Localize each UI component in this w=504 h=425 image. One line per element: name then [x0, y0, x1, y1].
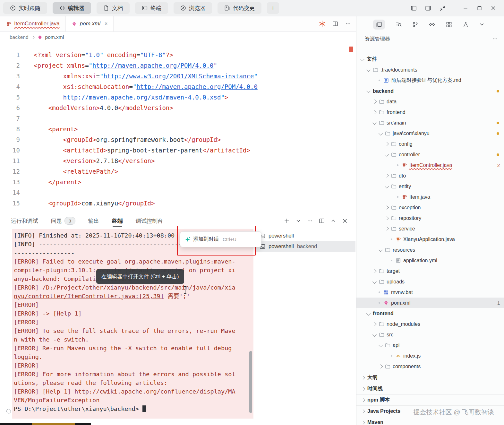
code-editor[interactable]: 1<?xml version="1.0" encoding="UTF-8"?>2… — [0, 43, 356, 220]
chevron-right-icon — [372, 322, 377, 326]
panel-tab[interactable]: 调试控制台 — [136, 213, 163, 229]
more-icon[interactable] — [492, 36, 498, 42]
tree-item[interactable]: src — [356, 329, 504, 340]
tree-item[interactable]: application.yml — [356, 255, 504, 266]
tree-item[interactable]: config — [356, 139, 504, 149]
sidebar-section[interactable]: npm 脚本 — [356, 394, 504, 405]
folder-icon — [385, 343, 390, 348]
tree-item[interactable]: data — [356, 96, 504, 107]
more-button[interactable] — [307, 218, 313, 224]
chevron-right-icon — [385, 227, 389, 231]
extensions-button[interactable] — [446, 22, 452, 28]
sidebar-section[interactable]: Maven — [356, 417, 504, 425]
terminal-content: [INFO] Finished at: 2025-11-16T20:40:13+… — [12, 229, 237, 413]
tree-item[interactable]: src\main — [356, 117, 504, 128]
tree-item[interactable]: JSindex.js — [356, 351, 504, 361]
new-workspace-tab-button[interactable]: + — [267, 2, 279, 14]
tree-item[interactable]: Item.java — [356, 192, 504, 202]
plus-button[interactable] — [284, 218, 290, 224]
tree-item[interactable]: uploads — [356, 276, 504, 287]
error-file-link[interactable]: /D:/Project/other/xianyu/backend/src/mai… — [14, 284, 235, 299]
tree-item[interactable]: resources — [356, 245, 504, 255]
titlebar-tab-label: 浏览器 — [189, 4, 205, 12]
sidebar-section[interactable]: 大纲 — [356, 372, 504, 383]
panel-tab[interactable]: 终端 — [112, 213, 123, 229]
file-dot — [379, 291, 380, 293]
close-button[interactable] — [491, 5, 496, 11]
tree-item[interactable]: target — [356, 266, 504, 276]
tree-item-label: node_modules — [387, 321, 420, 327]
titlebar-tab-terminal[interactable]: 终端 — [135, 2, 168, 14]
explorer-header: 资源管理器 — [356, 33, 504, 45]
terminal-list-item[interactable]: powershell — [256, 230, 355, 241]
tree-item[interactable]: frontend — [356, 308, 504, 319]
code-link[interactable]: http://maven.apache.org/xsd/maven-4.0.0.… — [63, 94, 221, 101]
titlebar-tab-follow[interactable]: 实时跟随 — [3, 2, 47, 14]
chevron-down-button[interactable] — [296, 218, 301, 223]
tree-item[interactable]: 前后端对接验证与优化方案.md — [356, 75, 504, 86]
tree-item[interactable]: node_modules — [356, 319, 504, 329]
tree-item[interactable]: ItemController.java2 — [356, 160, 504, 170]
tree-item[interactable]: frontend — [356, 107, 504, 117]
titlebar-tab-changes[interactable]: 代码变更 — [218, 2, 261, 14]
code-line: 13 </parent> — [0, 177, 356, 187]
terminal-list-item[interactable]: powershellbackend — [256, 241, 355, 252]
tree-item[interactable]: api — [356, 340, 504, 351]
breadcrumb-folder[interactable]: backend — [10, 34, 29, 40]
chevron-up-button[interactable] — [331, 218, 336, 223]
test-button[interactable] — [463, 22, 469, 28]
git-branch-button[interactable] — [412, 22, 418, 28]
layout-left-button[interactable] — [411, 5, 417, 11]
tree-item[interactable]: backend — [356, 86, 504, 96]
tree-item[interactable]: entity — [356, 181, 504, 192]
sidebar-section[interactable]: 时间线 — [356, 383, 504, 394]
terminal-output[interactable]: [INFO] Finished at: 2025-11-16T20:40:13+… — [12, 229, 253, 419]
editor-tab-pom[interactable]: pom.xml× — [66, 16, 114, 31]
breadcrumb-file[interactable]: pom.xml — [45, 34, 64, 40]
titlebar-tab-docs[interactable]: 文档 — [97, 2, 130, 14]
code-text: <project xmlns="http://maven.apache.org/… — [20, 60, 217, 71]
panel-tab[interactable]: 输出 — [88, 213, 99, 229]
panel-tab[interactable]: 运行和调试 — [11, 213, 38, 229]
tree-item[interactable]: pom.xml1 — [356, 298, 504, 308]
close-button[interactable] — [342, 218, 348, 224]
ai-asterisk-button[interactable] — [319, 21, 325, 27]
line-number: 2 — [0, 60, 20, 71]
tree-item[interactable]: 文件 — [356, 54, 504, 65]
code-link[interactable]: http://www.w3.org/2001/XMLSchema-instanc… — [103, 73, 254, 80]
code-link[interactable]: http://maven.apache.org/POM/4.0.0 — [92, 62, 214, 69]
code-link[interactable]: http://maven.apache.org/POM/4.0.0 — [136, 83, 258, 90]
terminal-name: powershell — [269, 233, 294, 239]
tree-item[interactable]: controller — [356, 149, 504, 160]
code-line: 15 <groupId>com.xianyu</groupId> — [0, 198, 356, 209]
maximize-button[interactable] — [477, 5, 482, 11]
tree-item[interactable]: java\com\xianyu — [356, 128, 504, 139]
tree-item[interactable]: mvnw.bat — [356, 287, 504, 298]
close-icon[interactable]: × — [105, 21, 107, 27]
terminal-scrollbar[interactable] — [249, 351, 252, 413]
tree-item[interactable]: XianyuApplication.java — [356, 234, 504, 245]
tree-item[interactable]: .trae\documents — [356, 65, 504, 75]
editor-tab-item-controller[interactable]: ItemController.java — [0, 16, 66, 31]
split-editor-button[interactable] — [332, 21, 338, 27]
chevron-down-button[interactable] — [479, 22, 484, 27]
maven-icon — [72, 21, 77, 27]
files-button[interactable] — [373, 20, 385, 30]
tree-item[interactable]: repository — [356, 213, 504, 223]
folder-icon — [385, 131, 390, 136]
tree-item[interactable]: exception — [356, 202, 504, 213]
panel-tab[interactable]: 问题3 — [51, 213, 75, 229]
layout-right-button[interactable] — [425, 5, 431, 11]
split-editor-button[interactable] — [319, 218, 325, 224]
tree-item[interactable]: service — [356, 223, 504, 234]
titlebar-tab-browser[interactable]: 浏览器 — [174, 2, 212, 14]
titlebar-tab-editor[interactable]: 编辑器 — [53, 2, 91, 14]
debug-button[interactable] — [429, 22, 435, 28]
add-to-chat-button[interactable]: 添加到对话 Ctrl+U — [180, 231, 261, 247]
more-button[interactable] — [345, 21, 351, 27]
tree-item[interactable]: dto — [356, 170, 504, 181]
shrink-button[interactable] — [440, 5, 446, 11]
tree-item[interactable]: components — [356, 361, 504, 372]
minimize-button[interactable] — [463, 5, 468, 11]
search-button[interactable] — [396, 22, 402, 28]
